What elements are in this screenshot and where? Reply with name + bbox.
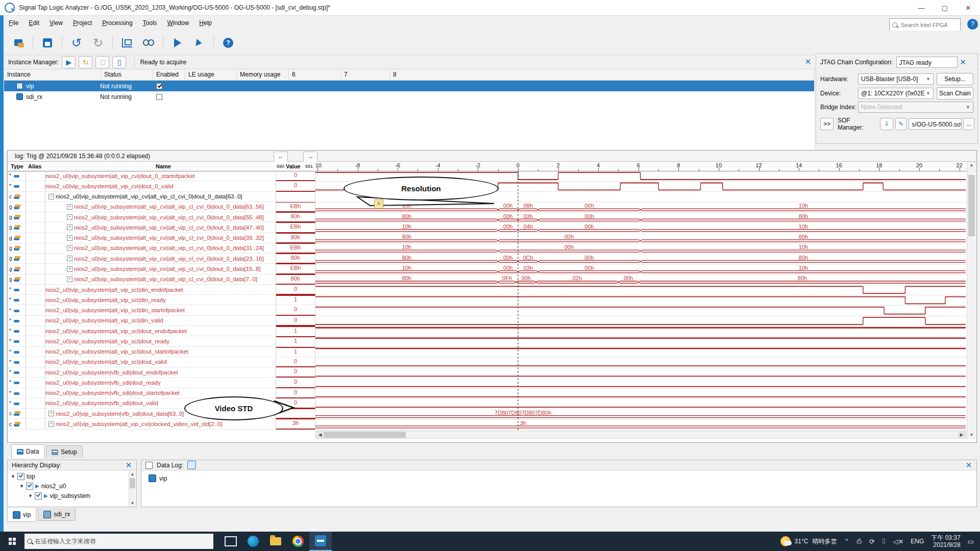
data-log-checkbox[interactable] — [145, 462, 153, 469]
signal-name-cell[interactable]: nios2_u0|vip_subsystem|alt_vip_scl|din_r… — [45, 295, 276, 305]
new-window-icon[interactable] — [11, 36, 26, 50]
signal-row[interactable]: *nios2_u0|vip_subsystem|alt_vip_scl|din_… — [8, 305, 315, 315]
start-button[interactable] — [0, 532, 24, 551]
undo-icon[interactable]: ↺ — [69, 36, 84, 50]
tree-expander-icon[interactable]: ▼ — [28, 493, 33, 498]
log-entry-label[interactable]: vip — [159, 475, 167, 482]
signal-row[interactable]: *nios2_u0|vip_subsystem|vfb_sdi|dout_end… — [8, 367, 315, 378]
data-log-icon[interactable] — [187, 461, 196, 469]
vertical-scroll-thumb[interactable] — [968, 175, 975, 236]
intel-assistant-icon[interactable]: ? — [967, 19, 978, 30]
hierarchy-checkbox[interactable] — [35, 492, 42, 499]
browse-sof-button[interactable]: ... — [963, 118, 974, 130]
signal-row[interactable]: c−nios2_u0|vip_subsystem|alt_vip_cvi|alt… — [8, 192, 315, 202]
menu-file[interactable]: File — [4, 17, 23, 29]
expand-icon[interactable]: + — [48, 411, 54, 416]
menu-window[interactable]: Window — [163, 17, 194, 29]
hierarchy-checkbox[interactable] — [17, 473, 24, 480]
autorun-button[interactable]: ↻ — [79, 56, 92, 68]
signal-row[interactable]: *nios2_u0|vip_subsystem|alt_vip_scl|dout… — [8, 347, 315, 357]
menu-help[interactable]: Help — [194, 17, 216, 29]
scroll-right-icon[interactable]: ▶ — [958, 431, 966, 438]
weather-widget[interactable]: 31°C 晴時多雲 — [780, 536, 837, 546]
expand-panel-button[interactable]: >> — [820, 118, 834, 130]
hierarchy-item-top[interactable]: ▼top — [11, 471, 136, 481]
expand-icon[interactable]: + — [67, 235, 72, 241]
run-analysis-icon[interactable] — [170, 36, 185, 50]
signal-row[interactable]: c+nios2_u0|vip_subsystem|alt_vip_cvi|clo… — [8, 419, 315, 429]
close-button[interactable]: ✕ — [957, 1, 980, 15]
expand-icon[interactable]: + — [67, 266, 72, 272]
signal-row[interactable]: g+nios2_u0|vip_subsystem|alt_vip_cvi|alt… — [8, 254, 315, 264]
program-device-icon[interactable]: ⇩ — [880, 118, 893, 130]
signal-name-cell[interactable]: +nios2_u0|vip_subsystem|alt_vip_cvi|alt_… — [45, 233, 276, 243]
expand-icon[interactable]: + — [67, 214, 72, 220]
hierarchy-scroll-up-icon[interactable]: ▲ — [129, 471, 136, 478]
prev-data-button[interactable]: ← — [274, 152, 288, 162]
tab-vip[interactable]: vip — [7, 508, 36, 522]
instance-row-sdi_rx[interactable]: sdi_rxNot running — [4, 91, 814, 102]
sync-icon[interactable]: ⟳ — [869, 538, 875, 545]
edge-button[interactable] — [242, 532, 264, 551]
enabled-checkbox[interactable] — [156, 83, 162, 89]
run-analysis-button[interactable]: ▶ — [62, 56, 76, 68]
signal-row[interactable]: *nios2_u0|vip_subsystem|alt_vip_scl|din_… — [8, 316, 315, 326]
signal-row[interactable]: *nios2_u0|vip_subsystem|alt_vip_scl|din_… — [8, 295, 315, 305]
expand-icon[interactable]: + — [67, 245, 72, 251]
chrome-button[interactable] — [287, 532, 309, 551]
menu-project[interactable]: Project — [68, 17, 96, 29]
search-input[interactable] — [900, 21, 959, 29]
column-memory-usage[interactable]: Memory usage — [237, 69, 289, 80]
autorun-analysis-icon[interactable] — [192, 36, 206, 50]
signal-row[interactable]: g+nios2_u0|vip_subsystem|alt_vip_cvi|alt… — [8, 274, 315, 285]
menu-tools[interactable]: Tools — [138, 17, 162, 29]
find-icon[interactable] — [141, 36, 156, 50]
notification-icon[interactable]: ▭ — [968, 538, 974, 545]
signal-row[interactable]: *nios2_u0|vip_subsystem|alt_vip_scl|dout… — [8, 336, 315, 346]
hierarchy-close-icon[interactable]: ✕ — [123, 461, 134, 470]
stop-button[interactable]: □ — [95, 56, 109, 68]
hierarchy-scrollbar[interactable]: ▲ ▼ — [129, 471, 136, 507]
instance-row-vip[interactable]: vipNot running — [4, 81, 814, 91]
chevron-up-icon[interactable]: ⌃ — [844, 538, 849, 545]
signal-name-cell[interactable]: +nios2_u0|vip_subsystem|alt_vip_cvi|alt_… — [45, 264, 276, 274]
save-icon[interactable] — [40, 36, 55, 50]
signal-row[interactable]: *nios2_u0|vip_subsystem|alt_vip_scl|dout… — [8, 357, 315, 367]
signal-row[interactable]: *nios2_u0|vip_subsystem|vfb_sdi|dout_sta… — [8, 388, 315, 398]
data-log-close-icon[interactable]: ✕ — [963, 461, 974, 470]
signal-row[interactable]: *nios2_u0|vip_subsystem|alt_vip_scl|din_… — [8, 285, 315, 295]
signal-name-cell[interactable]: nios2_u0|vip_subsystem|alt_vip_scl|dout_… — [45, 336, 276, 346]
signal-row[interactable]: *nios2_u0|vip_subsystem|alt_vip_cvi|dout… — [8, 181, 315, 191]
signal-name-cell[interactable]: nios2_u0|vip_subsystem|vfb_sdi|dout_read… — [45, 378, 276, 388]
signal-row[interactable]: g+nios2_u0|vip_subsystem|alt_vip_cvi|alt… — [8, 264, 315, 274]
signal-name-cell[interactable]: nios2_u0|vip_subsystem|vfb_sdi|dout_endo… — [45, 367, 276, 378]
menu-processing[interactable]: Processing — [97, 17, 137, 29]
signal-name-cell[interactable]: +nios2_u0|vip_subsystem|alt_vip_cvi|alt_… — [45, 202, 276, 212]
clock[interactable]: 下午 03:37 2021/9/28 — [931, 534, 960, 548]
column-7[interactable]: 7 — [341, 69, 390, 80]
display-icon[interactable]: ⌷ — [882, 537, 886, 545]
redo-icon[interactable]: ↻ — [91, 36, 105, 50]
instance-panel-close-icon[interactable]: ✕ — [802, 57, 814, 66]
column-le-usage[interactable]: LE usage — [185, 69, 237, 80]
hierarchy-item-nios2_u0[interactable]: ▼▶nios2_u0 — [11, 481, 136, 491]
enabled-checkbox[interactable] — [156, 94, 162, 100]
scan-chain-button[interactable]: Scan Chain — [937, 87, 973, 99]
language-indicator[interactable]: ENG — [911, 538, 924, 545]
expand-icon[interactable]: + — [67, 204, 72, 210]
signal-row[interactable]: g+nios2_u0|vip_subsystem|alt_vip_cvi|alt… — [8, 243, 315, 254]
hierarchy-checkbox[interactable] — [26, 483, 33, 490]
signal-name-cell[interactable]: +nios2_u0|vip_subsystem|alt_vip_cvi|alt_… — [45, 254, 276, 264]
column-enabled[interactable]: Enabled — [153, 69, 185, 80]
signal-row[interactable]: g+nios2_u0|vip_subsystem|alt_vip_cvi|alt… — [8, 233, 315, 243]
tab-data[interactable]: Data — [11, 444, 44, 458]
signal-row[interactable]: g+nios2_u0|vip_subsystem|alt_vip_cvi|alt… — [8, 202, 315, 212]
device-select[interactable]: @1: 10CX220Y (0x02E▼ — [858, 88, 934, 99]
sof-path-field[interactable]: s/OG-US-5000.sof — [909, 118, 962, 130]
signal-name-cell[interactable]: nios2_u0|vip_subsystem|alt_vip_scl|din_s… — [45, 305, 276, 315]
taskbar-search-box[interactable]: 在這裡輸入文字來搜尋 — [24, 534, 213, 549]
help-icon[interactable]: ? — [221, 36, 235, 50]
expand-icon[interactable]: + — [67, 277, 72, 282]
signal-row[interactable]: *nios2_u0|vip_subsystem|alt_vip_scl|dout… — [8, 326, 315, 336]
task-view-button[interactable] — [219, 532, 242, 551]
